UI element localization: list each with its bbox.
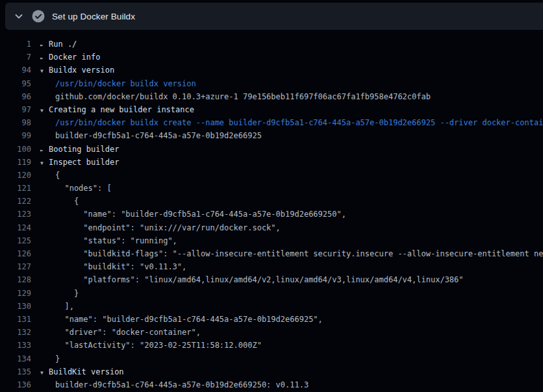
log-line: 123 "name": "builder-d9cfb5a1-c764-445a-… <box>0 208 543 221</box>
line-number[interactable]: 130 <box>0 300 31 313</box>
line-number[interactable]: 121 <box>0 182 31 195</box>
line-number[interactable]: 124 <box>0 221 31 234</box>
log-line[interactable]: 119▼Inspect builder <box>0 156 543 169</box>
log-line[interactable]: 135▼BuildKit version <box>0 365 543 378</box>
log-line: 99builder-d9cfb5a1-c764-445a-a57e-0b19d2… <box>0 129 543 142</box>
log-line: 121 "nodes": [ <box>0 182 543 195</box>
group-title[interactable]: Inspect builder <box>49 158 119 167</box>
group-title[interactable]: Run ./ <box>49 40 77 49</box>
step-title: Set up Docker Buildx <box>52 12 135 21</box>
line-number[interactable]: 119 <box>0 156 31 169</box>
output-text: } <box>55 287 79 300</box>
log-line[interactable]: 100►Booting builder <box>0 143 543 156</box>
line-number[interactable]: 99 <box>0 129 31 142</box>
output-text: "name": "builder-d9cfb5a1-c764-445a-a57e… <box>55 313 323 326</box>
group-title[interactable]: Booting builder <box>49 145 119 154</box>
log-line: 132 "driver": "docker-container", <box>0 326 543 339</box>
log-group-row[interactable]: ►Docker info <box>40 51 100 64</box>
triangle-down-icon[interactable]: ▼ <box>40 157 49 169</box>
line-number[interactable]: 129 <box>0 287 31 300</box>
chevron-down-icon[interactable] <box>14 11 24 21</box>
log-line[interactable]: 94▼Buildx version <box>0 64 543 77</box>
line-number[interactable]: 125 <box>0 234 31 247</box>
triangle-down-icon[interactable]: ▼ <box>40 65 49 77</box>
log-line: 126 "buildkitd-flags": "--allow-insecure… <box>0 247 543 260</box>
line-number[interactable]: 97 <box>0 103 31 116</box>
line-number[interactable]: 122 <box>0 195 31 208</box>
triangle-down-icon[interactable]: ▼ <box>40 367 49 378</box>
log-group-row[interactable]: ►Run ./ <box>40 38 77 51</box>
line-number[interactable]: 127 <box>0 260 31 273</box>
log-group-row[interactable]: ▼Creating a new builder instance <box>40 103 194 116</box>
line-number[interactable]: 1 <box>0 38 31 51</box>
line-number[interactable]: 131 <box>0 313 31 326</box>
log-group-row[interactable]: ▼BuildKit version <box>40 365 124 378</box>
line-number[interactable]: 123 <box>0 208 31 221</box>
line-number[interactable]: 94 <box>0 64 31 77</box>
line-number[interactable]: 135 <box>0 365 31 378</box>
output-text: "endpoint": "unix:///var/run/docker.sock… <box>55 221 281 234</box>
output-text: { <box>55 169 60 182</box>
log-line: 134} <box>0 352 543 365</box>
output-text: "driver": "docker-container", <box>55 326 201 339</box>
log-line: 95/usr/bin/docker buildx version <box>0 77 543 90</box>
line-number[interactable]: 96 <box>0 90 31 103</box>
log-line: 120{ <box>0 169 543 182</box>
output-text: "name": "builder-d9cfb5a1-c764-445a-a57e… <box>55 208 346 221</box>
log-lines: 1►Run ./7►Docker info94▼Buildx version95… <box>0 38 543 391</box>
log-line: 125 "status": "running", <box>0 234 543 247</box>
line-number[interactable]: 7 <box>0 51 31 64</box>
step-header[interactable]: Set up Docker Buildx <box>5 3 543 30</box>
log-group-row[interactable]: ►Booting builder <box>40 143 119 156</box>
log-line[interactable]: 97▼Creating a new builder instance <box>0 103 543 116</box>
log-line: 133 "lastActivity": "2023-02-25T11:58:12… <box>0 339 543 352</box>
check-circle-icon <box>32 10 45 23</box>
line-number[interactable]: 136 <box>0 378 31 391</box>
output-text: "buildkit": "v0.11.3", <box>55 260 186 273</box>
line-number[interactable]: 132 <box>0 326 31 339</box>
command-text: /usr/bin/docker buildx create --name bui… <box>55 116 543 129</box>
output-text: } <box>55 352 60 365</box>
output-text: "status": "running", <box>55 234 177 247</box>
triangle-down-icon[interactable]: ▼ <box>40 104 49 116</box>
output-text: builder-d9cfb5a1-c764-445a-a57e-0b19d2e6… <box>55 378 309 391</box>
group-title[interactable]: BuildKit version <box>49 367 124 376</box>
log-line: 96github.com/docker/buildx 0.10.3+azure-… <box>0 90 543 103</box>
output-text: "nodes": [ <box>55 182 112 195</box>
group-title[interactable]: Creating a new builder instance <box>49 105 194 114</box>
log-line: 129 } <box>0 287 543 300</box>
command-text: /usr/bin/docker buildx version <box>55 77 196 90</box>
output-text: github.com/docker/buildx 0.10.3+azure-1 … <box>55 90 431 103</box>
log-line: 98/usr/bin/docker buildx create --name b… <box>0 116 543 129</box>
line-number[interactable]: 100 <box>0 143 31 156</box>
output-text: "lastActivity": "2023-02-25T11:58:12.000… <box>55 339 262 352</box>
line-number[interactable]: 120 <box>0 169 31 182</box>
log-line: 136builder-d9cfb5a1-c764-445a-a57e-0b19d… <box>0 378 543 391</box>
log-line[interactable]: 7►Docker info <box>0 51 543 64</box>
output-text: "platforms": "linux/amd64,linux/amd64/v2… <box>55 273 464 286</box>
log-line: 124 "endpoint": "unix:///var/run/docker.… <box>0 221 543 234</box>
output-text: ], <box>55 300 74 313</box>
output-text: { <box>55 195 79 208</box>
line-number[interactable]: 98 <box>0 116 31 129</box>
group-title[interactable]: Docker info <box>49 53 100 62</box>
output-text: "buildkitd-flags": "--allow-insecure-ent… <box>55 247 543 260</box>
log-line: 127 "buildkit": "v0.11.3", <box>0 260 543 273</box>
triangle-right-icon[interactable]: ► <box>40 39 49 51</box>
triangle-right-icon[interactable]: ► <box>40 144 49 156</box>
triangle-right-icon[interactable]: ► <box>40 52 49 64</box>
line-number[interactable]: 128 <box>0 273 31 286</box>
line-number[interactable]: 133 <box>0 339 31 352</box>
line-number[interactable]: 126 <box>0 247 31 260</box>
log-line: 131 "name": "builder-d9cfb5a1-c764-445a-… <box>0 313 543 326</box>
log-group-row[interactable]: ▼Buildx version <box>40 64 114 77</box>
line-number[interactable]: 95 <box>0 77 31 90</box>
log-line: 122 { <box>0 195 543 208</box>
log-line: 130 ], <box>0 300 543 313</box>
output-text: builder-d9cfb5a1-c764-445a-a57e-0b19d2e6… <box>55 129 262 142</box>
group-title[interactable]: Buildx version <box>49 66 114 75</box>
log-line[interactable]: 1►Run ./ <box>0 38 543 51</box>
log-line: 128 "platforms": "linux/amd64,linux/amd6… <box>0 273 543 286</box>
log-group-row[interactable]: ▼Inspect builder <box>40 156 119 169</box>
line-number[interactable]: 134 <box>0 352 31 365</box>
